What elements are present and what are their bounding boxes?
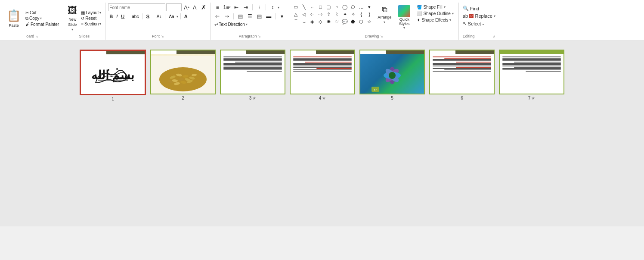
font-group-label: Font ↘	[108, 33, 207, 39]
slide-2[interactable]: 2	[150, 50, 216, 101]
slide-6[interactable]: 6	[429, 50, 495, 101]
slide-5-number: 5	[391, 96, 393, 100]
paragraph-group-label: Paragraph ↘	[213, 33, 286, 39]
arrange-button[interactable]: ⧉ Arrange ▾	[375, 3, 394, 26]
line-spacing-button[interactable]: ↕	[268, 3, 277, 11]
align-right-button[interactable]: ▤	[236, 13, 245, 20]
columns-button[interactable]: ⫶	[255, 3, 263, 11]
numbered-list-button[interactable]: 1≡ ▾	[223, 3, 231, 11]
italic-button[interactable]: I	[115, 13, 119, 20]
font-name-input[interactable]	[108, 3, 165, 11]
justify-button[interactable]: ▬	[264, 13, 273, 20]
select-label: Select -	[468, 21, 484, 26]
increase-indent-button[interactable]: ⇥	[242, 3, 250, 11]
shape-flow1[interactable]: ◈	[308, 18, 316, 25]
font-case-button[interactable]: Aa	[167, 13, 175, 20]
slide-7-star: ★	[531, 96, 535, 100]
shape-rounded-rect[interactable]: ▢	[325, 3, 332, 10]
shape-star5[interactable]: ✦	[341, 11, 349, 18]
cut-button[interactable]: ✂ Cut	[24, 10, 60, 16]
shape-more[interactable]: …	[357, 3, 365, 10]
quick-styles-button[interactable]: Quick Styles ▾	[396, 3, 413, 31]
shape-arc[interactable]: ⌣	[300, 18, 308, 25]
strikethrough-button[interactable]: abc	[130, 13, 140, 20]
slides-row: ★ 7	[0, 45, 644, 106]
shape-outline-label: Shape Outline	[423, 11, 450, 16]
shape-star4[interactable]: ✧	[349, 11, 357, 18]
ltr-direction-button[interactable]: ⇒	[223, 13, 231, 20]
shape-wave[interactable]: ⌇	[333, 11, 341, 18]
font-size-input[interactable]	[166, 3, 182, 11]
layout-button[interactable]: ▦ Layout ▾	[80, 10, 102, 16]
format-painter-button[interactable]: 🖌 Format Painter	[24, 22, 60, 27]
shape-misc2[interactable]: ⬡	[357, 18, 365, 25]
flower-svg: 57	[371, 58, 414, 93]
shape-oval[interactable]: ◯	[341, 3, 349, 10]
slide-7[interactable]: ★ 7	[499, 50, 564, 101]
font-size-increase-button[interactable]: A+	[183, 3, 190, 11]
shape-outline-icon: ⬜	[417, 11, 422, 16]
shape-rtriangle[interactable]: ◁	[300, 11, 308, 18]
shape-fill-icon: 🪣	[417, 5, 422, 9]
shape-rectangle[interactable]: ▭	[292, 3, 300, 10]
shape-misc[interactable]: ⬟	[349, 18, 357, 25]
slide-4[interactable]: ★ 4	[290, 50, 355, 101]
copy-button[interactable]: ⧉ Copy ▾	[24, 16, 60, 22]
new-slide-button[interactable]: 🖼 New Slide ▾	[66, 3, 79, 33]
shape-curve[interactable]: ⌒	[292, 18, 300, 25]
clear-format-button[interactable]: ✗	[200, 3, 207, 11]
paragraph-group: ≡ 1≡ ▾ ⇤ ⇥ ⫶ ↕ ▾ ⇐ ⇒ ▤	[211, 3, 289, 40]
font-size-decrease-button[interactable]: A-	[191, 3, 199, 11]
decrease-indent-button[interactable]: ⇤	[232, 3, 241, 11]
align-left-button[interactable]: ▤	[255, 13, 263, 20]
shape-dropdown[interactable]: ▾	[365, 3, 373, 10]
slide-6-number: 6	[461, 96, 463, 100]
shape-right-angle[interactable]: ⌐	[308, 3, 316, 10]
underline-button[interactable]: U	[120, 13, 126, 20]
shape-arrow-l[interactable]: ⇦	[308, 11, 316, 18]
slide-5[interactable]: 57 5	[359, 50, 425, 101]
character-spacing-button[interactable]: A↕	[155, 13, 163, 20]
text-direction-button[interactable]: ⇄ Text Direction ▾	[213, 22, 249, 27]
shape-square[interactable]: □	[316, 3, 324, 10]
align-center-button[interactable]: ☰	[245, 13, 254, 20]
bullets-button[interactable]: ≡	[213, 3, 222, 11]
shape-misc3[interactable]: ☆	[365, 18, 373, 25]
paste-button[interactable]: 📋 Paste	[4, 7, 23, 29]
shape-brace[interactable]: {	[357, 11, 365, 18]
clipboard-group-label: oard ↘	[4, 33, 60, 39]
find-button[interactable]: 🔍 Find	[461, 5, 480, 12]
shape-triangle[interactable]: △	[292, 11, 300, 18]
replace-button[interactable]: ab ac Replace ▾	[461, 13, 497, 19]
shape-fill-button[interactable]: 🪣 Shape Fill ▾	[415, 4, 455, 10]
shape-outline-button[interactable]: ⬜ Shape Outline ▾	[415, 11, 455, 16]
scissors-icon: ✂	[25, 10, 29, 15]
slide-3[interactable]: ★ 3	[220, 50, 285, 101]
slide-1[interactable]: بسم الله 1	[80, 50, 146, 101]
para-row2: ⇐ ⇒ ▤ ☰ ▤ ▬ ▾	[213, 13, 286, 20]
shape-diagonal[interactable]: ╲	[300, 3, 308, 10]
shape-arrow-r[interactable]: ⇨	[316, 11, 324, 18]
format-painter-icon: 🖌	[25, 22, 30, 27]
font-color-button[interactable]: A	[183, 13, 189, 20]
select-button[interactable]: ↖ Select -	[461, 20, 485, 27]
slide-2-content	[151, 50, 215, 94]
bold-button[interactable]: B	[108, 13, 114, 20]
shape-circle[interactable]: ○	[333, 3, 341, 10]
section-button[interactable]: ≡ Section ▾	[80, 21, 102, 27]
shadow-button[interactable]: S	[145, 13, 150, 20]
shape-arrow-u[interactable]: ⇧	[325, 11, 332, 18]
shape-heart[interactable]: ♡	[333, 18, 341, 25]
rtl-direction-button[interactable]: ⇐	[213, 13, 222, 20]
shape-effects-button[interactable]: ✦ Shape Effects ▾	[415, 17, 455, 23]
reset-button[interactable]: ↺ Reset	[80, 16, 102, 21]
overflow-dropdown[interactable]: ▾	[278, 13, 286, 20]
new-slide-dropdown: ▾	[71, 28, 73, 31]
shape-pentagon[interactable]: ⬠	[349, 3, 357, 10]
shape-flow2[interactable]: ◇	[316, 18, 324, 25]
shape-callout[interactable]: 💬	[341, 18, 349, 25]
shape-effects-label: Shape Effects	[421, 18, 448, 22]
shape-bracket[interactable]: }	[365, 11, 373, 18]
shape-sun[interactable]: ✺	[325, 18, 332, 25]
para-separator3	[233, 13, 234, 19]
